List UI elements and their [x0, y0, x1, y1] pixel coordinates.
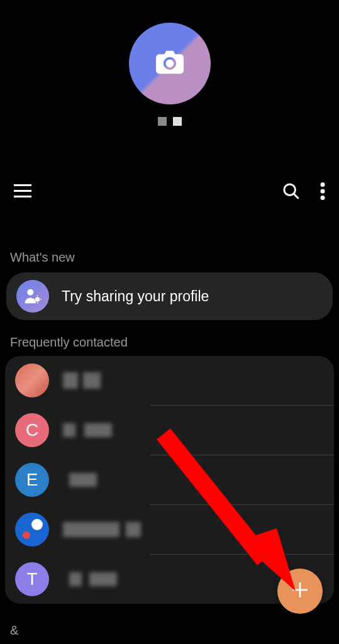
section-index-letter: &: [10, 623, 18, 638]
whats-new-label: What's new: [0, 250, 339, 265]
contacts-list: C E T: [5, 356, 334, 604]
search-icon[interactable]: [282, 182, 300, 200]
svg-line-4: [294, 194, 299, 199]
contact-row[interactable]: C: [5, 406, 334, 455]
svg-point-8: [27, 289, 33, 296]
loading-indicator: [158, 117, 182, 126]
menu-icon[interactable]: [14, 184, 31, 198]
whats-new-text: Try sharing your profile: [62, 288, 209, 305]
contact-avatar: C: [15, 413, 49, 447]
svg-point-5: [321, 182, 325, 187]
svg-rect-1: [14, 190, 31, 192]
frequently-contacted-label: Frequently contacted: [0, 335, 339, 350]
toolbar: [0, 182, 339, 200]
contact-avatar: [15, 513, 49, 547]
contact-name: [63, 473, 97, 487]
plus-icon: [290, 580, 310, 602]
svg-point-9: [35, 297, 40, 302]
whats-new-card[interactable]: Try sharing your profile: [6, 272, 333, 320]
contact-name: [63, 372, 101, 389]
svg-rect-2: [14, 196, 31, 197]
profile-share-icon: [16, 280, 49, 313]
svg-point-3: [284, 184, 296, 196]
contact-avatar: E: [15, 463, 49, 497]
camera-icon: [156, 50, 184, 77]
contact-name: [63, 423, 112, 437]
profile-avatar[interactable]: [129, 23, 211, 104]
contact-avatar: [15, 364, 49, 397]
contact-row[interactable]: E: [5, 455, 334, 504]
add-contact-button[interactable]: [277, 569, 323, 614]
contact-name: [63, 522, 141, 537]
profile-header: [0, 0, 339, 126]
contact-avatar: T: [15, 562, 49, 596]
more-icon[interactable]: [320, 182, 325, 200]
contact-row[interactable]: [5, 356, 334, 405]
svg-point-6: [321, 189, 325, 194]
svg-point-7: [321, 196, 325, 200]
contact-row[interactable]: [5, 505, 334, 554]
svg-rect-0: [14, 184, 31, 186]
contact-name: [63, 572, 117, 586]
